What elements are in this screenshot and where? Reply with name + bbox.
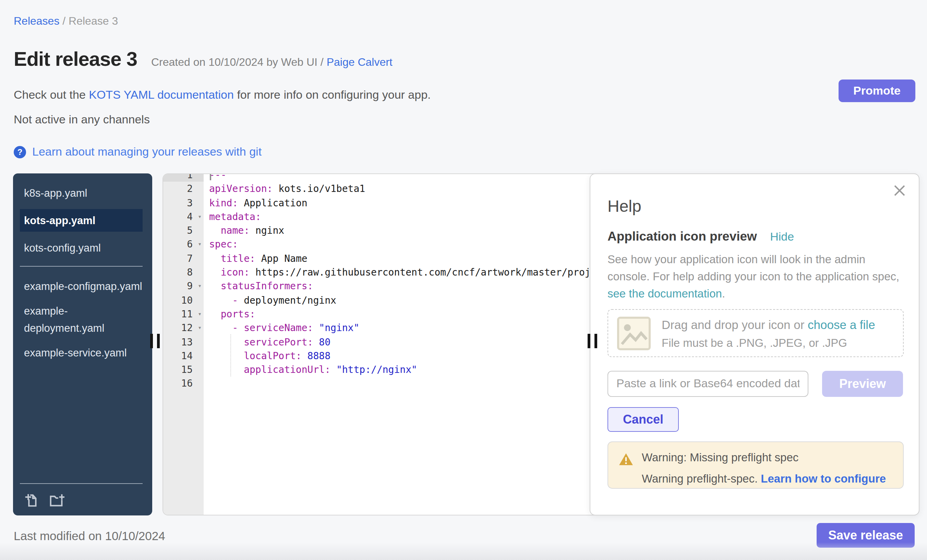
line-number: 6▾ [163, 238, 204, 252]
breadcrumb: Releases / Release 3 [14, 15, 118, 27]
file-item-example-deployment.yaml[interactable]: example-deployment.yaml [24, 302, 143, 337]
file-list: k8s-app.yamlkots-app.yamlkots-config.yam… [13, 173, 152, 361]
promote-button[interactable]: Promote [839, 79, 915, 102]
warning-text: Warning preflight-spec. [642, 472, 761, 485]
configure-preflight-link[interactable]: Learn how to configure [761, 472, 886, 485]
help-resize-handle[interactable] [588, 334, 598, 348]
see-documentation-link[interactable]: see the documentation [608, 287, 722, 299]
preview-button[interactable]: Preview [822, 371, 903, 397]
line-number: 1 [163, 173, 204, 182]
line-number: 4▾ [163, 210, 204, 224]
line-number: 7 [163, 252, 204, 266]
line-number: 14 [163, 349, 204, 363]
line-number: 9▾ [163, 279, 204, 293]
line-number: 3 [163, 196, 204, 210]
page-title: Edit release 3 [14, 48, 137, 71]
line-number: 2 [163, 182, 204, 196]
image-placeholder-icon [617, 317, 651, 350]
file-item-example-configmap.yaml[interactable]: example-configmap.yaml [24, 278, 143, 295]
kots-yaml-docs-link[interactable]: KOTS YAML documentation [89, 88, 234, 102]
close-icon[interactable] [893, 184, 906, 197]
warning-title: Warning: Missing preflight spec [642, 451, 798, 464]
docs-hint-prefix: Check out the [14, 88, 89, 102]
line-number: 12▾ [163, 321, 204, 335]
line-number: 10 [163, 293, 204, 307]
gutter-lines: 1234▾56▾789▾1011▾12▾13141516 [163, 173, 204, 391]
hide-link[interactable]: Hide [770, 230, 794, 243]
file-item-example-service.yaml[interactable]: example-service.yaml [24, 344, 143, 361]
help-panel: Help Application icon preview Hide See h… [590, 173, 919, 516]
docs-hint-suffix: for more info on configuring your app. [234, 88, 431, 102]
preflight-warning: Warning: Missing preflight spec Warning … [608, 442, 904, 489]
icon-preview-title: Application icon preview [608, 229, 757, 243]
docs-hint: Check out the KOTS YAML documentation fo… [14, 88, 431, 102]
file-group-divider [20, 266, 143, 267]
git-releases-link[interactable]: Learn about managing your releases with … [32, 145, 261, 159]
created-info: Created on 10/10/2024 by Web UI / Paige … [151, 56, 392, 68]
fold-arrow-icon[interactable]: ▾ [198, 279, 202, 293]
warning-icon [619, 452, 634, 466]
drop-hint: File must be a .PNG, .JPEG, or .JPG [662, 337, 847, 349]
line-number: 11▾ [163, 307, 204, 321]
desc-line2: console. For help adding your icon to th… [608, 270, 899, 282]
icon-url-input[interactable] [608, 371, 808, 397]
help-title: Help [608, 197, 641, 216]
editor-gutter: 1234▾56▾789▾1011▾12▾13141516 [163, 174, 204, 515]
icon-drop-zone[interactable]: Drag and drop your icon or choose a file… [608, 309, 904, 357]
fold-arrow-icon[interactable]: ▾ [198, 210, 202, 224]
drop-text: Drag and drop your icon or [662, 318, 808, 332]
fold-arrow-icon[interactable]: ▾ [198, 238, 202, 252]
line-number: 5 [163, 223, 204, 238]
bottom-fade [0, 542, 927, 560]
breadcrumb-releases-link[interactable]: Releases [14, 15, 59, 27]
cancel-button[interactable]: Cancel [608, 407, 679, 432]
file-item-kots-app.yaml[interactable]: kots-app.yaml [20, 209, 143, 232]
release-editor-page: Releases / Release 3 Edit release 3 Crea… [0, 0, 927, 560]
file-item-k8s-app.yaml[interactable]: k8s-app.yaml [24, 184, 143, 202]
file-item-kots-config.yaml[interactable]: kots-config.yaml [24, 239, 143, 256]
author-link[interactable]: Paige Calvert [327, 56, 392, 68]
fold-arrow-icon[interactable]: ▾ [198, 307, 202, 321]
desc-line1: See how your application icon will look … [608, 253, 865, 265]
channel-status: Not active in any channels [14, 113, 150, 127]
add-folder-icon[interactable] [48, 492, 65, 508]
choose-file-link[interactable]: choose a file [808, 318, 875, 332]
desc-suffix: . [722, 287, 725, 299]
sidebar-divider [20, 483, 143, 484]
last-modified: Last modified on 10/10/2024 [14, 529, 165, 543]
save-release-button[interactable]: Save release [817, 523, 915, 548]
created-prefix: Created on 10/10/2024 by Web UI / [151, 56, 327, 68]
line-number: 16 [163, 376, 204, 391]
breadcrumb-current: / Release 3 [59, 15, 118, 27]
add-file-icon[interactable] [23, 492, 39, 508]
sidebar-resize-handle[interactable] [150, 334, 160, 348]
question-icon: ? [14, 146, 26, 158]
text-cursor [210, 173, 211, 180]
fold-arrow-icon[interactable]: ▾ [198, 321, 202, 335]
file-sidebar: k8s-app.yamlkots-app.yamlkots-config.yam… [13, 173, 152, 516]
line-number: 15 [163, 363, 204, 376]
indent-guide [230, 334, 231, 376]
line-number: 8 [163, 265, 204, 279]
line-number: 13 [163, 335, 204, 349]
icon-preview-description: See how your application icon will look … [608, 251, 917, 302]
